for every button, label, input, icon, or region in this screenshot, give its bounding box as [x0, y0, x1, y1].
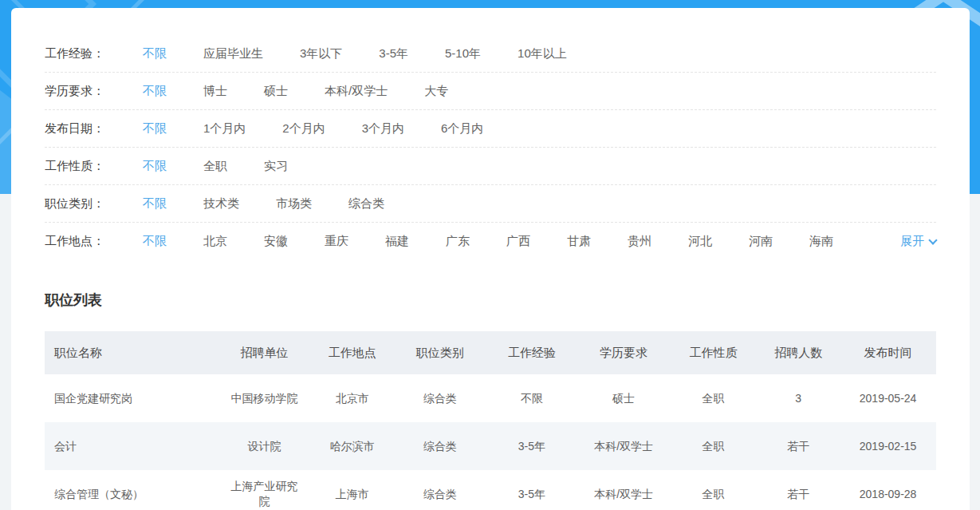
table-cell-text: 硕士: [612, 392, 635, 405]
table-cell-text: 综合管理（文秘）: [54, 488, 144, 500]
filter-options: 不限博士硕士本科/双学士大专: [143, 84, 936, 99]
filter-label: 学历要求：: [45, 84, 143, 99]
table-cell-text: 2018-09-28: [860, 488, 917, 500]
filter-label: 工作经验：: [45, 46, 143, 61]
table-row[interactable]: 会计设计院哈尔滨市综合类3-5年本科/双学士全职若干2019-02-15: [45, 422, 936, 470]
table-cell: 设计院: [218, 422, 310, 470]
filter-option[interactable]: 福建: [385, 234, 409, 249]
table-cell-text: 全职: [702, 392, 724, 405]
table-cell: 上海产业研究院: [218, 470, 310, 510]
filter-option[interactable]: 安徽: [264, 234, 288, 249]
filter-row-3: 工作性质：不限全职实习: [45, 148, 936, 185]
column-header: 职位类别: [394, 331, 486, 374]
filter-row-1: 学历要求：不限博士硕士本科/双学士大专: [45, 73, 936, 110]
table-cell: 综合类: [394, 374, 486, 422]
filter-option[interactable]: 实习: [264, 159, 288, 174]
filter-options: 不限北京安徽重庆福建广东广西甘肃贵州河北河南海南展开: [143, 234, 936, 249]
table-cell-text: 全职: [702, 440, 724, 453]
filter-option[interactable]: 海南: [809, 234, 833, 249]
filter-options: 不限1个月内2个月内3个月内6个月内: [143, 121, 936, 136]
table-cell: 不限: [486, 374, 577, 422]
filter-option[interactable]: 大专: [424, 84, 448, 99]
filter-option[interactable]: 本科/双学士: [325, 84, 388, 99]
filter-option[interactable]: 甘肃: [567, 234, 591, 249]
table-cell-text: 若干: [787, 488, 809, 500]
filter-option[interactable]: 不限: [143, 84, 167, 99]
filter-option[interactable]: 贵州: [628, 234, 651, 249]
column-header: 招聘人数: [757, 331, 840, 374]
table-cell: 哈尔滨市: [310, 422, 394, 470]
filter-option[interactable]: 硕士: [264, 84, 288, 99]
filter-option[interactable]: 综合类: [348, 196, 384, 212]
filter-option[interactable]: 广西: [506, 234, 530, 249]
table-cell-text: 2019-02-15: [860, 440, 917, 453]
filter-option[interactable]: 全职: [203, 159, 227, 174]
filter-option[interactable]: 不限: [143, 46, 167, 61]
table-cell: 综合管理（文秘）: [45, 470, 218, 510]
table-cell: 全职: [670, 374, 758, 422]
table-cell: 上海市: [310, 470, 394, 510]
filter-option[interactable]: 6个月内: [441, 121, 483, 136]
table-row[interactable]: 国企党建研究岗中国移动学院北京市综合类不限硕士全职32019-05-24: [45, 374, 936, 422]
filter-option[interactable]: 3年以下: [300, 46, 342, 61]
filter-option[interactable]: 不限: [143, 196, 167, 212]
filter-options: 不限全职实习: [143, 159, 936, 174]
filter-row-0: 工作经验：不限应届毕业生3年以下3-5年5-10年10年以上: [45, 35, 936, 73]
content-card: 工作经验：不限应届毕业生3年以下3-5年5-10年10年以上学历要求：不限博士硕…: [11, 8, 970, 510]
filter-option[interactable]: 河南: [749, 234, 773, 249]
table-cell-text: 3-5年: [518, 488, 545, 500]
filter-label: 工作性质：: [45, 159, 143, 174]
job-list-title: 职位列表: [45, 291, 936, 310]
table-cell-text: 哈尔滨市: [330, 440, 375, 453]
table-cell-text: 综合类: [423, 392, 457, 405]
table-cell-text: 2019-05-24: [860, 392, 917, 405]
filter-row-2: 发布日期：不限1个月内2个月内3个月内6个月内: [45, 110, 936, 148]
filter-option[interactable]: 1个月内: [203, 121, 246, 136]
table-cell: 会计: [45, 422, 218, 470]
filter-panel: 工作经验：不限应届毕业生3年以下3-5年5-10年10年以上学历要求：不限博士硕…: [45, 8, 936, 260]
filter-option[interactable]: 市场类: [276, 196, 312, 212]
column-header: 工作地点: [310, 331, 394, 374]
table-cell: 本科/双学士: [578, 470, 670, 510]
table-cell-text: 中国移动学院: [231, 391, 298, 406]
filter-option[interactable]: 技术类: [203, 196, 239, 212]
table-cell-text: 3-5年: [518, 440, 545, 453]
table-cell: 若干: [757, 470, 840, 510]
filter-option[interactable]: 不限: [143, 159, 167, 174]
filter-option[interactable]: 5-10年: [445, 46, 481, 61]
filter-option[interactable]: 应届毕业生: [203, 46, 263, 61]
filter-row-4: 职位类别：不限技术类市场类综合类: [45, 185, 936, 223]
filter-option[interactable]: 重庆: [325, 234, 348, 249]
table-row[interactable]: 综合管理（文秘）上海产业研究院上海市综合类3-5年本科/双学士全职若干2018-…: [45, 470, 936, 510]
filter-option[interactable]: 10年以上: [518, 46, 567, 61]
filter-option[interactable]: 河北: [688, 234, 712, 249]
filter-row-5: 工作地点：不限北京安徽重庆福建广东广西甘肃贵州河北河南海南展开: [45, 223, 936, 260]
filter-option[interactable]: 不限: [143, 234, 167, 249]
filter-option[interactable]: 3-5年: [379, 46, 408, 61]
table-cell: 全职: [670, 470, 758, 510]
table-cell-text: 本科/双学士: [594, 488, 653, 500]
filter-option[interactable]: 不限: [143, 121, 167, 136]
table-cell: 综合类: [394, 422, 486, 470]
table-cell-text: 上海市: [336, 488, 369, 500]
expand-link[interactable]: 展开: [900, 234, 936, 249]
table-cell-text: 综合类: [423, 488, 457, 500]
table-cell: 若干: [757, 422, 840, 470]
table-cell-text: 3: [795, 392, 801, 405]
table-cell: 本科/双学士: [578, 422, 670, 470]
table-cell-text: 会计: [54, 440, 77, 453]
table-cell-text: 设计院: [248, 439, 281, 454]
table-cell-text: 综合类: [423, 440, 457, 453]
filter-option[interactable]: 北京: [203, 234, 227, 249]
filter-option[interactable]: 3个月内: [362, 121, 404, 136]
column-header: 职位名称: [45, 331, 218, 374]
filter-option[interactable]: 博士: [203, 84, 227, 99]
filter-option[interactable]: 广东: [446, 234, 470, 249]
filter-label: 发布日期：: [45, 121, 143, 136]
column-header: 工作性质: [670, 331, 758, 374]
column-header: 工作经验: [486, 331, 577, 374]
table-cell: 综合类: [394, 470, 486, 510]
table-cell: 中国移动学院: [218, 374, 310, 422]
table-cell-text: 北京市: [336, 392, 369, 405]
filter-option[interactable]: 2个月内: [282, 121, 325, 136]
